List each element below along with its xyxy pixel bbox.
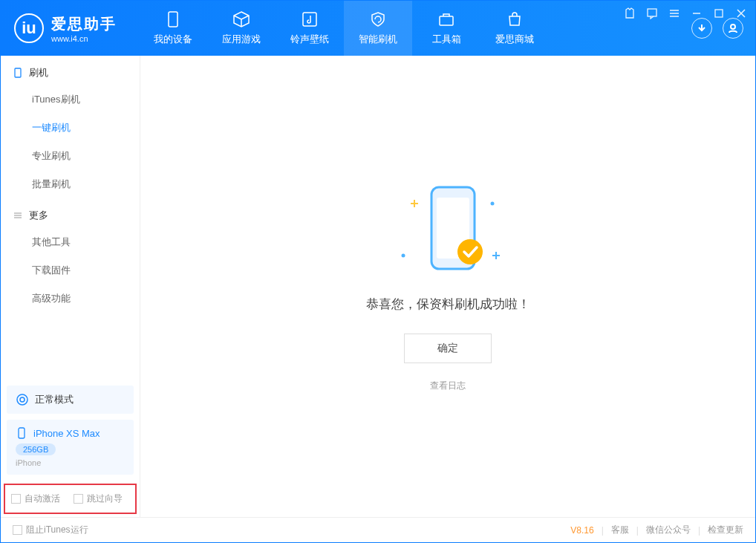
shirt-icon[interactable] [624,7,636,19]
tab-label: 工具箱 [432,33,461,46]
refresh-shield-icon [369,10,387,28]
device-capacity: 256GB [16,443,56,455]
maximize-icon[interactable] [713,7,725,19]
phone-small-icon [16,427,27,439]
sidebar-item-advanced[interactable]: 高级功能 [1,284,140,313]
view-log-link[interactable]: 查看日志 [430,380,466,392]
tab-label: 应用游戏 [222,33,261,46]
svg-point-9 [491,201,495,205]
success-illustration [381,181,515,278]
tab-label: 我的设备 [154,33,192,46]
confirm-button[interactable]: 确定 [404,334,492,363]
sync-icon [16,393,29,406]
section-label: 刷机 [29,66,48,79]
tab-label: 铃声壁纸 [290,33,329,46]
svg-rect-4 [648,9,656,16]
tab-label: 爱思商城 [495,33,534,46]
menu-icon[interactable] [668,7,680,19]
checkbox-block-itunes[interactable]: 阻止iTunes运行 [13,524,88,536]
sidebar: 刷机 iTunes刷机 一键刷机 专业刷机 批量刷机 更多 其他工具 下载固件 … [1,56,140,517]
tab-my-device[interactable]: 我的设备 [139,1,207,56]
svg-rect-6 [15,68,21,77]
version-label: V8.16 [570,525,593,536]
music-note-icon [301,10,319,28]
svg-point-7 [17,394,27,405]
sidebar-item-itunes-flash[interactable]: iTunes刷机 [1,85,140,114]
logo: iu 爱思助手 www.i4.cn [14,13,117,43]
sidebar-item-onekey-flash[interactable]: 一键刷机 [1,114,140,142]
sidebar-section-flash: 刷机 [1,56,140,85]
feedback-icon[interactable] [646,7,658,19]
tab-apps-games[interactable]: 应用游戏 [207,1,276,56]
device-name-label: iPhone XS Max [33,428,100,439]
tab-label: 智能刷机 [359,33,397,46]
svg-rect-8 [19,428,25,438]
device-status-box[interactable]: 正常模式 [7,386,134,414]
tab-toolbox[interactable]: 工具箱 [412,1,480,56]
shopping-bag-icon [506,10,524,28]
tab-ringtones-wallpapers[interactable]: 铃声壁纸 [276,1,344,56]
window-controls [624,0,756,543]
device-info-box[interactable]: iPhone XS Max 256GB iPhone [7,420,134,475]
minimize-icon[interactable] [691,7,703,19]
tab-store[interactable]: 爱思商城 [480,1,549,56]
svg-point-13 [457,239,483,264]
svg-rect-2 [440,16,453,25]
sidebar-item-pro-flash[interactable]: 专业刷机 [1,142,140,170]
checkbox-skip-guide[interactable]: 跳过向导 [74,492,123,505]
sidebar-section-more: 更多 [1,198,140,228]
svg-rect-0 [169,12,177,27]
sidebar-item-batch-flash[interactable]: 批量刷机 [1,170,140,198]
svg-point-10 [402,253,405,257]
highlighted-checkbox-row: 自动激活 跳过向导 [4,484,137,514]
cube-icon [232,10,250,28]
device-type: iPhone [16,458,125,467]
status-label: 正常模式 [35,393,74,406]
titlebar: iu 爱思助手 www.i4.cn 我的设备 应用游戏 铃声壁纸 智能刷机 [1,1,755,56]
phone-icon [164,10,182,28]
app-window: iu 爱思助手 www.i4.cn 我的设备 应用游戏 铃声壁纸 智能刷机 [0,0,756,543]
nav-tabs: 我的设备 应用游戏 铃声壁纸 智能刷机 工具箱 爱思商城 [139,1,549,56]
toolbox-icon [437,10,455,28]
list-icon [13,210,23,221]
section-label: 更多 [29,209,48,222]
svg-rect-1 [303,13,316,26]
sidebar-item-download-firmware[interactable]: 下载固件 [1,256,140,284]
svg-rect-5 [715,10,723,17]
app-subtitle: www.i4.cn [51,34,117,43]
checkbox-auto-activate[interactable]: 自动激活 [11,492,60,505]
sidebar-item-other-tools[interactable]: 其他工具 [1,228,140,256]
tab-smart-flash[interactable]: 智能刷机 [344,1,412,56]
success-message: 恭喜您，保资料刷机成功啦！ [366,296,530,313]
app-title: 爱思助手 [51,14,117,34]
logo-icon: iu [14,13,44,43]
device-icon [13,68,23,78]
close-icon[interactable] [735,7,747,19]
